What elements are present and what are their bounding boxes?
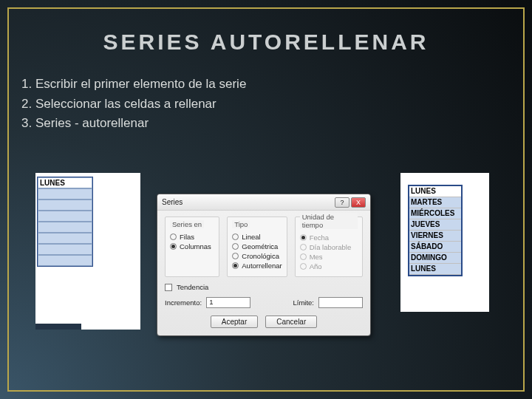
option-ano: Año — [300, 262, 358, 270]
group-label: Unidad de tiempo — [300, 213, 358, 229]
incremento-input[interactable]: 1 — [206, 297, 250, 308]
cell[interactable]: VIERNES — [409, 231, 461, 242]
option-geometrica[interactable]: Geométrica — [232, 242, 282, 250]
group-series-en: Series en Filas Columnas — [165, 216, 219, 277]
cell[interactable]: LUNES — [38, 177, 92, 188]
radio-icon — [232, 253, 239, 259]
cell[interactable]: LUNES — [409, 264, 461, 275]
help-button[interactable]: ? — [335, 197, 349, 208]
option-mes: Mes — [300, 253, 358, 261]
cancel-button[interactable]: Cancelar — [265, 316, 317, 328]
figure-row: LUNES Series ? X Series en — [35, 173, 497, 336]
option-cronologica[interactable]: Cronológica — [232, 252, 282, 260]
cell[interactable]: MIÉRCOLES — [409, 208, 461, 219]
accept-button[interactable]: Aceptar — [211, 316, 258, 328]
group-label: Tipo — [232, 220, 250, 228]
option-autorrellenar[interactable]: Autorrellenar — [232, 262, 282, 270]
incremento-label: Incremento: — [165, 299, 202, 307]
increment-row: Incremento: 1 Límite: — [165, 297, 363, 308]
spreadsheet-after: LUNES MARTES MIÉRCOLES JUEVES VIERNES SÁ… — [400, 173, 489, 312]
tendencia-checkbox[interactable] — [165, 284, 172, 291]
option-fecha: Fecha — [300, 233, 358, 242]
radio-icon — [300, 234, 307, 241]
cell[interactable] — [38, 244, 92, 255]
cell[interactable] — [38, 200, 92, 211]
cell[interactable]: LUNES — [409, 186, 461, 197]
option-filas[interactable]: Filas — [170, 233, 214, 241]
limite-input[interactable] — [318, 297, 363, 308]
dialog-titlebar[interactable]: Series ? X — [157, 194, 370, 211]
close-button[interactable]: X — [351, 197, 366, 208]
radio-icon — [170, 233, 177, 240]
radio-icon — [170, 243, 177, 250]
radio-icon — [232, 233, 239, 240]
radio-icon — [300, 263, 307, 270]
series-dialog: Series ? X Series en Filas Columnas Tipo… — [157, 194, 371, 336]
dialog-title: Series — [162, 198, 333, 206]
radio-icon — [300, 244, 307, 250]
group-label: Series en — [170, 220, 204, 228]
instruction-item: Escribir el primer elemento de la serie — [35, 75, 523, 94]
cell[interactable] — [38, 233, 92, 244]
option-dia-laborable: Día laborable — [300, 243, 358, 251]
slide-frame: SERIES AUTORELLENAR Escribir el primer e… — [7, 7, 525, 392]
cell[interactable] — [38, 255, 92, 266]
limite-label: Límite: — [293, 299, 314, 307]
close-icon: X — [356, 199, 361, 206]
instruction-item: Series - autorellenar — [35, 115, 523, 133]
help-icon: ? — [340, 199, 344, 206]
dialog-body: Series en Filas Columnas Tipo Lineal Geo… — [157, 211, 370, 335]
tendencia-label: Tendencia — [177, 283, 208, 291]
cell[interactable]: DOMINGO — [409, 253, 461, 264]
cell[interactable]: JUEVES — [409, 219, 461, 231]
radio-icon — [300, 253, 307, 260]
cell[interactable]: SÁBADO — [409, 242, 461, 253]
option-lineal[interactable]: Lineal — [232, 233, 282, 241]
instruction-item: Seleccionar las celdas a rellenar — [35, 95, 523, 114]
cell[interactable] — [38, 211, 92, 222]
radio-icon — [232, 262, 239, 269]
tendencia-row: Tendencia — [165, 283, 363, 291]
cell[interactable] — [38, 222, 92, 233]
group-unidad: Unidad de tiempo Fecha Día laborable Mes… — [295, 216, 363, 277]
cell[interactable] — [38, 188, 92, 200]
sheet-footer — [35, 324, 81, 330]
cell[interactable]: MARTES — [409, 197, 461, 208]
group-tipo: Tipo Lineal Geométrica Cronológica Autor… — [227, 216, 287, 277]
slide-title: SERIES AUTORELLENAR — [9, 30, 523, 55]
spreadsheet-before: LUNES — [35, 173, 140, 330]
radio-icon — [232, 243, 239, 250]
option-columnas[interactable]: Columnas — [170, 242, 214, 250]
instructions-list: Escribir el primer elemento de la serie … — [35, 75, 523, 133]
